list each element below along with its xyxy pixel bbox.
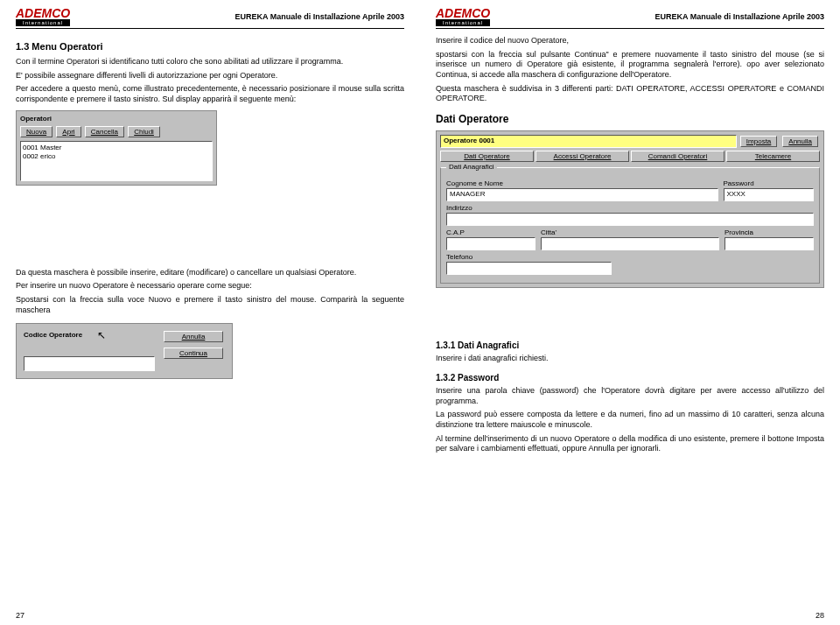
field-label: Telefono xyxy=(446,253,612,261)
page-header: ADEMCO International EUREKA Manuale di I… xyxy=(436,7,824,29)
chiudi-button[interactable]: Chiudi xyxy=(128,126,160,137)
body-text: La password può essere composta da lette… xyxy=(436,410,824,430)
body-text: Per accedere a questo menù, come illustr… xyxy=(16,84,404,104)
operatore-form-dialog: Operatore 0001 Imposta Annulla Dati Oper… xyxy=(436,130,824,288)
page-number: 28 xyxy=(816,611,824,620)
body-text: Spostarsi con la freccia sulla voce Nuov… xyxy=(16,295,404,315)
header-title: EUREKA Manuale di Installazione Aprile 2… xyxy=(655,12,824,21)
operator-id-field[interactable]: Operatore 0001 xyxy=(440,135,737,148)
list-item[interactable]: 0002 erico xyxy=(23,152,210,161)
subheading: 1.3.1 Dati Anagrafici xyxy=(436,341,824,350)
header-title: EUREKA Manuale di Installazione Aprile 2… xyxy=(235,12,404,21)
page-right: ADEMCO International EUREKA Manuale di I… xyxy=(420,0,840,625)
annulla-button[interactable]: Annulla xyxy=(782,136,818,147)
dialog-title: Codice Operatore xyxy=(24,331,155,339)
cursor-icon: ↖ xyxy=(97,329,106,341)
field-label: Password xyxy=(724,179,815,187)
body-text: Inserire una parola chiave (password) ch… xyxy=(436,386,824,406)
nuova-button[interactable]: Nuova xyxy=(20,126,52,137)
cap-input[interactable] xyxy=(446,237,536,250)
field-label: Citta' xyxy=(541,228,719,236)
operatori-dialog: Operatori Nuova Apri Cancella Chiudi 000… xyxy=(16,110,217,186)
page-header: ADEMCO International EUREKA Manuale di I… xyxy=(16,7,404,29)
telefono-input[interactable] xyxy=(446,262,612,275)
logo: ADEMCO International xyxy=(436,7,490,26)
field-label: Provincia xyxy=(724,228,814,236)
button-row: Nuova Apri Cancella Chiudi xyxy=(20,126,213,137)
provincia-input[interactable] xyxy=(724,237,814,250)
tab-comandi-operatori[interactable]: Comandi Operatori xyxy=(631,151,724,162)
logo-sub: International xyxy=(16,19,70,26)
body-text: Al termine dell'inserimento di un nuovo … xyxy=(436,434,824,454)
subheading: Dati Operatore xyxy=(436,113,824,125)
tab-accessi-operatore[interactable]: Accessi Operatore xyxy=(536,151,629,162)
field-label: C.A.P xyxy=(446,228,536,236)
body-text: E' possibile assegnare differenti livell… xyxy=(16,71,404,81)
annulla-button[interactable]: Annulla xyxy=(164,331,223,342)
dialog-title: Operatori xyxy=(20,115,213,123)
body-text: Inserire i dati anagrafici richiesti. xyxy=(436,354,824,364)
password-input[interactable]: XXXX xyxy=(724,188,815,201)
body-text: Da questa maschera è possibile inserire,… xyxy=(16,268,404,278)
citta-input[interactable] xyxy=(541,237,719,250)
indirizzo-input[interactable] xyxy=(446,213,814,226)
codice-operatore-dialog: ↖ Codice Operatore Annulla Continua xyxy=(16,323,233,379)
apri-button[interactable]: Apri xyxy=(56,126,80,137)
section-heading: 1.3 Menu Operatori xyxy=(16,41,404,52)
body-text: Per inserire un nuovo Operatore è necess… xyxy=(16,281,404,291)
body-text: Questa maschera è suddivisa in 3 differe… xyxy=(436,84,824,104)
operator-list[interactable]: 0001 Master 0002 erico xyxy=(20,141,213,181)
list-item[interactable]: 0001 Master xyxy=(23,144,210,152)
tab-telecamere[interactable]: Telecamere xyxy=(726,151,820,162)
body-text: spostarsi con la freccia sul pulsante Co… xyxy=(436,50,824,81)
field-label: Indirizzo xyxy=(446,204,814,212)
logo-brand: ADEMCO xyxy=(16,7,70,19)
logo: ADEMCO International xyxy=(16,7,70,26)
codice-input[interactable] xyxy=(24,356,155,371)
subheading: 1.3.2 Password xyxy=(436,373,824,383)
continua-button[interactable]: Continua xyxy=(164,348,223,359)
body-text: Con il termine Operatori si identificano… xyxy=(16,57,404,67)
cognome-input[interactable]: MANAGER xyxy=(446,188,718,201)
group-label: Dati Anagrafici xyxy=(446,163,497,171)
field-label: Cognome e Nome xyxy=(446,179,718,187)
imposta-button[interactable]: Imposta xyxy=(740,136,777,147)
page-number: 27 xyxy=(16,611,24,620)
tab-row: Dati Operatore Accessi Operatore Comandi… xyxy=(440,151,820,162)
tab-dati-operatore[interactable]: Dati Operatore xyxy=(440,151,534,162)
dati-anagrafici-group: Dati Anagrafici Cognome e Nome MANAGER P… xyxy=(440,167,820,284)
logo-brand: ADEMCO xyxy=(436,7,490,19)
logo-sub: International xyxy=(436,19,490,26)
cancella-button[interactable]: Cancella xyxy=(85,126,124,137)
page-left: ADEMCO International EUREKA Manuale di I… xyxy=(0,0,420,625)
body-text: Inserire il codice del nuovo Operatore, xyxy=(436,36,824,46)
